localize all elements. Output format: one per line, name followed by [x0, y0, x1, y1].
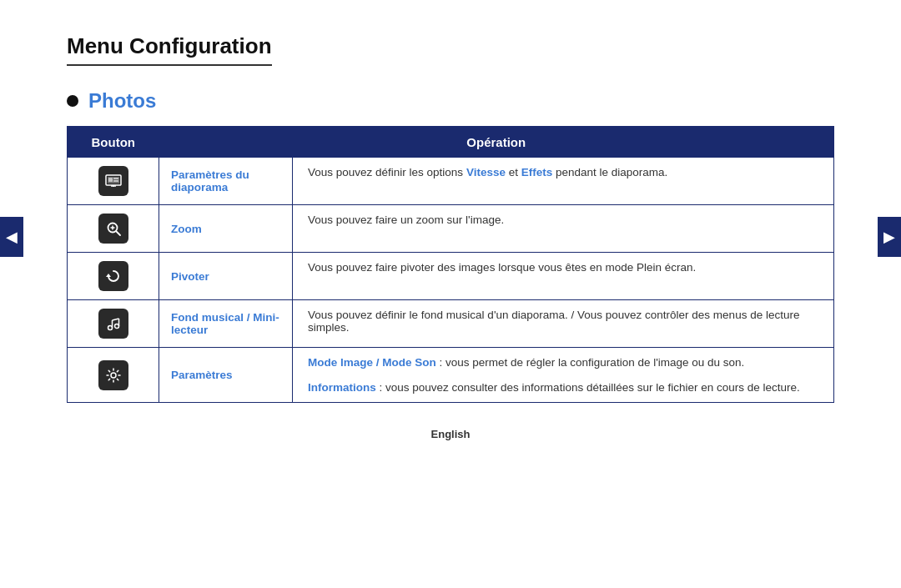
content-table: Bouton Opération	[67, 126, 834, 403]
table-row: Paramètres du diaporama Vous pouvez défi…	[68, 158, 834, 205]
settings-icon	[98, 360, 128, 390]
footer-text: English	[67, 428, 834, 440]
svg-rect-6	[113, 180, 118, 182]
highlight-informations: Informations	[308, 381, 376, 394]
svg-line-8	[116, 232, 120, 236]
label-cell-pivoter: Pivoter	[159, 253, 293, 300]
label-settings: Paramètres	[171, 369, 233, 381]
highlight-mode-image-son: Mode Image / Mode Son	[308, 356, 436, 369]
icon-cell-zoom	[68, 205, 159, 253]
svg-point-17	[111, 373, 116, 378]
page-title: Menu Configuration	[67, 33, 272, 66]
icon-cell-settings	[68, 348, 159, 403]
rotate-icon	[98, 261, 128, 291]
label-cell-zoom: Zoom	[159, 205, 293, 253]
desc-cell-settings: Mode Image / Mode Son : vous permet de r…	[293, 348, 834, 403]
label-cell-slideshow: Paramètres du diaporama	[159, 158, 293, 205]
desc-cell-music: Vous pouvez définir le fond musical d'un…	[293, 300, 834, 348]
label-cell-settings: Paramètres	[159, 348, 293, 403]
icon-cell-pivoter	[68, 253, 159, 300]
label-music: Fond musical / Mini-lecteur	[171, 311, 279, 336]
col-header-operation: Opération	[159, 127, 834, 158]
left-arrow-icon: ◀	[6, 228, 18, 246]
svg-line-16	[112, 319, 118, 320]
svg-rect-5	[113, 178, 118, 179]
desc-cell-pivoter: Vous pouvez faire pivoter des images lor…	[293, 253, 834, 300]
table-row: Pivoter Vous pouvez faire pivoter des im…	[68, 253, 834, 300]
label-cell-music: Fond musical / Mini-lecteur	[159, 300, 293, 348]
section-title: Photos	[88, 89, 156, 113]
label-zoom: Zoom	[171, 223, 202, 235]
zoom-icon	[98, 214, 128, 244]
label-pivoter: Pivoter	[171, 270, 209, 283]
right-arrow-icon: ▶	[883, 228, 895, 246]
table-row: Zoom Vous pouvez faire un zoom sur l'ima…	[68, 205, 834, 253]
svg-rect-4	[108, 178, 113, 182]
nav-prev-arrow[interactable]: ◀	[0, 217, 23, 257]
desc-cell-zoom: Vous pouvez faire un zoom sur l'image.	[293, 205, 834, 253]
nav-next-arrow[interactable]: ▶	[878, 217, 901, 257]
section-header: Photos	[67, 89, 834, 113]
table-row: Paramètres Mode Image / Mode Son : vous …	[68, 348, 834, 403]
highlight-vitesse: Vitesse	[466, 166, 506, 178]
highlight-effets: Effets	[521, 166, 553, 178]
icon-cell-music	[68, 300, 159, 348]
label-slideshow: Paramètres du diaporama	[171, 168, 249, 193]
slideshow-icon	[98, 166, 128, 196]
table-row: Fond musical / Mini-lecteur Vous pouvez …	[68, 300, 834, 348]
icon-cell-slideshow	[68, 158, 159, 205]
music-icon	[98, 309, 128, 339]
col-header-bouton: Bouton	[68, 127, 159, 158]
section-bullet	[67, 95, 78, 107]
desc-cell-slideshow: Vous pouvez définir les options Vitesse …	[293, 158, 834, 205]
svg-marker-11	[106, 274, 111, 277]
